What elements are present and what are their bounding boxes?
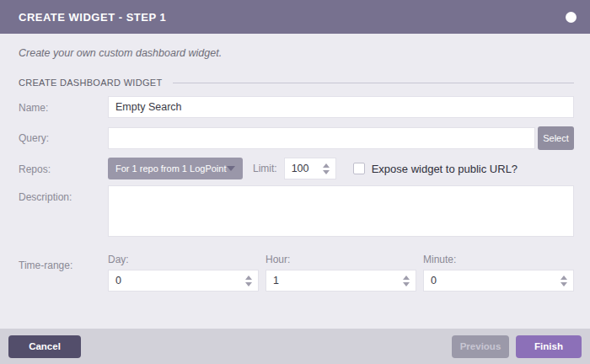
repos-dropdown-value: For 1 repo from 1 LogPoint	[115, 163, 226, 174]
minute-spinner-arrows	[560, 276, 573, 286]
section-header: CREATE DASHBOARD WIDGET	[19, 78, 574, 88]
expose-checkbox-label: Expose widget to public URL?	[372, 163, 518, 175]
time-hour-column: Hour: 1	[266, 254, 416, 292]
limit-spinner-arrows	[323, 163, 335, 174]
hour-value: 1	[266, 275, 403, 286]
time-minute-column: Minute: 0	[423, 254, 574, 292]
repos-label: Repos:	[19, 158, 108, 175]
day-spinner-arrows	[245, 276, 258, 286]
spinner-up-icon[interactable]	[245, 276, 252, 280]
cancel-button[interactable]: Cancel	[8, 335, 81, 358]
intro-text: Create your own custom dashboard widget.	[19, 47, 574, 59]
description-textarea[interactable]	[108, 185, 574, 237]
create-widget-dialog: CREATE WIDGET - STEP 1 Create your own c…	[0, 0, 590, 364]
limit-stepper[interactable]: 100	[284, 158, 336, 179]
day-stepper[interactable]: 0	[108, 270, 259, 292]
section-divider	[173, 83, 575, 83]
time-range-row: Time-range: Day: 0 Hour: 1	[19, 254, 574, 292]
previous-button[interactable]: Previous	[452, 335, 509, 358]
spinner-down-icon[interactable]	[245, 282, 252, 286]
query-label: Query:	[19, 126, 108, 144]
spinner-down-icon[interactable]	[323, 170, 330, 174]
chevron-down-icon	[227, 166, 235, 171]
spinner-down-icon[interactable]	[403, 282, 410, 286]
day-label: Day:	[108, 254, 259, 265]
repos-row: Repos: For 1 repo from 1 LogPoint Limit:…	[19, 158, 574, 179]
name-row: Name:	[19, 96, 574, 118]
time-day-column: Day: 0	[108, 254, 259, 292]
dialog-header: CREATE WIDGET - STEP 1	[0, 0, 590, 34]
dialog-title: CREATE WIDGET - STEP 1	[19, 11, 166, 24]
section-title: CREATE DASHBOARD WIDGET	[19, 78, 163, 88]
description-row: Description:	[19, 185, 574, 237]
name-input[interactable]	[108, 96, 574, 118]
limit-label: Limit:	[253, 163, 277, 174]
hour-label: Hour:	[266, 254, 416, 265]
spinner-up-icon[interactable]	[323, 163, 330, 168]
dialog-body: Create your own custom dashboard widget.…	[0, 34, 590, 329]
finish-button[interactable]: Finish	[516, 335, 582, 358]
day-value: 0	[109, 275, 245, 286]
limit-value: 100	[285, 163, 323, 174]
header-status-dot-icon	[566, 12, 577, 23]
hour-spinner-arrows	[403, 276, 416, 286]
spinner-up-icon[interactable]	[403, 276, 410, 280]
minute-stepper[interactable]: 0	[423, 270, 574, 292]
dialog-footer: Cancel Previous Finish	[0, 329, 590, 364]
description-label: Description:	[19, 185, 108, 203]
query-select-button[interactable]: Select	[538, 126, 574, 150]
spinner-down-icon[interactable]	[560, 282, 567, 286]
expose-checkbox[interactable]	[353, 163, 365, 174]
spinner-up-icon[interactable]	[560, 276, 567, 280]
time-range-label: Time-range:	[19, 254, 108, 271]
minute-label: Minute:	[423, 254, 574, 265]
name-label: Name:	[19, 96, 108, 114]
query-row: Query: Select	[19, 126, 574, 150]
hour-stepper[interactable]: 1	[266, 270, 416, 292]
query-input[interactable]	[108, 127, 535, 149]
repos-dropdown[interactable]: For 1 repo from 1 LogPoint	[108, 158, 243, 179]
minute-value: 0	[424, 275, 560, 286]
